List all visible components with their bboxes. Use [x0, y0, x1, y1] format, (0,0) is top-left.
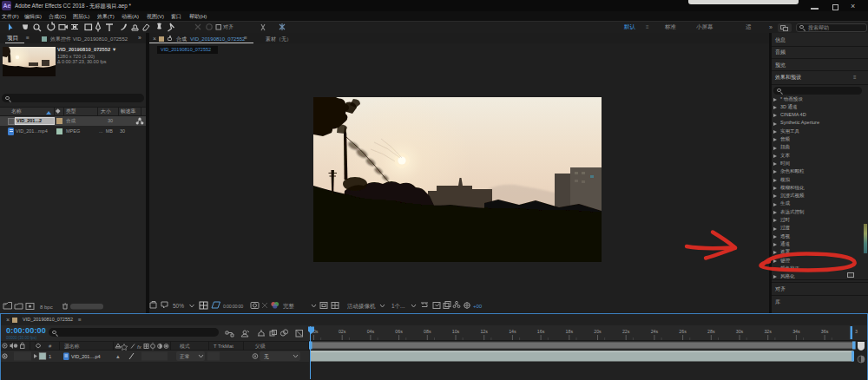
svg-text:1个...: 1个...	[391, 303, 405, 309]
svg-text:▲: ▲	[115, 354, 121, 359]
svg-text:04s: 04s	[367, 329, 375, 334]
svg-text:34s: 34s	[792, 329, 800, 334]
svg-text:T TrkMat: T TrkMat	[214, 344, 233, 349]
svg-text:28s: 28s	[707, 329, 715, 334]
svg-text:24s: 24s	[651, 329, 659, 334]
svg-text:1: 1	[49, 354, 51, 359]
svg-text:无: 无	[264, 353, 269, 360]
svg-text:20s: 20s	[594, 329, 602, 334]
svg-text:30s: 30s	[736, 329, 744, 334]
svg-text:06s: 06s	[395, 329, 403, 334]
svg-text:16s: 16s	[537, 329, 545, 334]
svg-text:3: 3	[855, 329, 858, 334]
svg-text:02s: 02s	[339, 329, 346, 334]
svg-text:08s: 08s	[424, 329, 431, 334]
svg-text:模式: 模式	[180, 344, 190, 349]
svg-text:VID_201....p4: VID_201....p4	[71, 354, 101, 359]
svg-text:#: #	[49, 344, 52, 349]
svg-text:32s: 32s	[764, 329, 772, 334]
svg-text:36s: 36s	[821, 329, 829, 334]
svg-text:完整: 完整	[283, 303, 295, 310]
svg-text:+00: +00	[473, 304, 483, 309]
svg-text:22s: 22s	[622, 329, 630, 334]
svg-text:10s: 10s	[452, 329, 460, 334]
svg-text:26s: 26s	[679, 329, 687, 334]
svg-text:父级: 父级	[255, 344, 266, 349]
svg-text:8 bpc: 8 bpc	[40, 305, 53, 310]
svg-text:0:00:00:00: 0:00:00:00	[223, 304, 243, 309]
svg-text:14s: 14s	[509, 329, 516, 334]
svg-text:12s: 12s	[480, 329, 488, 334]
svg-text:50%: 50%	[173, 303, 184, 309]
svg-text:fx: fx	[137, 344, 142, 350]
svg-text:源名称: 源名称	[64, 343, 80, 350]
svg-text:18s: 18s	[566, 329, 574, 334]
svg-text:正常: 正常	[180, 354, 190, 359]
svg-text:活动摄像机: 活动摄像机	[347, 303, 376, 310]
